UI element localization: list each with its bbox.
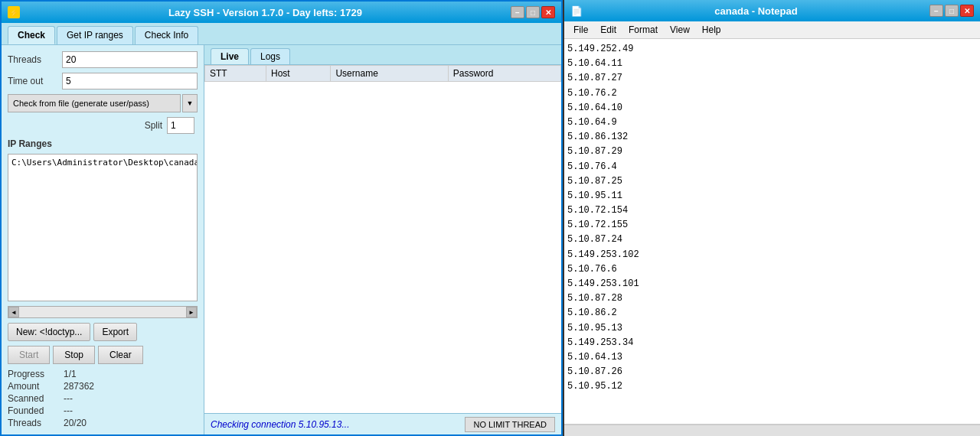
list-item: 5.10.87.26 [567, 365, 977, 379]
col-host: Host [266, 66, 330, 82]
stop-button[interactable]: Stop [53, 346, 95, 364]
table-header-row: STT Host Username Password [205, 66, 561, 82]
tab-check[interactable]: Check [8, 26, 55, 44]
scanned-value: --- [64, 393, 73, 404]
main-tab-bar: Check Get IP ranges Check Info [2, 23, 561, 45]
stats-section: Progress 1/1 Amount 287362 Scanned --- F… [8, 369, 198, 428]
horizontal-scrollbar[interactable]: ◄ ► [8, 306, 198, 318]
right-panel: Live Logs STT Host Username Password [204, 45, 561, 434]
threads-row: Threads [8, 51, 198, 68]
threads-stat-value: 20/20 [64, 418, 87, 428]
scroll-left-arrow[interactable]: ◄ [8, 307, 19, 317]
progress-label: Progress [8, 369, 57, 379]
list-item: 5.149.253.34 [567, 336, 977, 350]
list-item: 5.10.95.13 [567, 321, 977, 336]
list-item: 5.10.87.25 [567, 174, 977, 189]
status-text: Checking connection 5.10.95.13... [211, 419, 349, 430]
list-item: 5.10.95.11 [567, 189, 977, 203]
list-item: 5.10.87.24 [567, 233, 977, 247]
list-item: 5.10.72.154 [567, 203, 977, 218]
list-item: 5.10.87.27 [567, 71, 977, 86]
col-stt: STT [205, 66, 266, 82]
founded-value: --- [64, 405, 73, 416]
check-from-file-button[interactable]: Check from file (generate user/pass) [8, 94, 181, 112]
menu-edit[interactable]: Edit [594, 23, 622, 37]
start-stop-row: Start Stop Clear [8, 346, 198, 364]
list-item: 5.10.76.6 [567, 262, 977, 277]
notepad-close[interactable]: ✕ [960, 5, 974, 17]
menu-view[interactable]: View [664, 23, 696, 37]
scroll-right-arrow[interactable]: ► [186, 307, 197, 317]
sub-tab-bar: Live Logs [204, 45, 561, 65]
minimize-button[interactable]: − [511, 6, 524, 18]
status-bar: Checking connection 5.10.95.13... NO LIM… [204, 413, 561, 434]
progress-value: 1/1 [64, 369, 77, 379]
list-item: 5.10.87.28 [567, 291, 977, 306]
list-item: 5.10.64.13 [567, 350, 977, 365]
notepad-scrollbar[interactable] [564, 424, 980, 436]
menu-help[interactable]: Help [696, 23, 727, 37]
lazy-ssh-window: ⚡ Lazy SSH - Version 1.7.0 - Day lefts: … [0, 0, 563, 436]
notepad-icon: 📄 [570, 5, 583, 17]
check-from-file-row: Check from file (generate user/pass) ▼ [8, 94, 198, 112]
notepad-title-text: canada - Notepad [714, 5, 797, 17]
notepad-window: 📄 canada - Notepad − □ ✕ File Edit Forma… [563, 0, 980, 436]
ip-ranges-textarea[interactable] [8, 154, 198, 301]
scroll-track[interactable] [19, 307, 186, 317]
notepad-minimize[interactable]: − [929, 5, 943, 17]
split-label: Split [145, 120, 162, 131]
notepad-title-bar: 📄 canada - Notepad − □ ✕ [564, 0, 980, 21]
timeout-input[interactable] [62, 73, 198, 89]
ip-lines-container: 5.149.252.495.10.64.115.10.87.275.10.76.… [567, 42, 977, 395]
ip-ranges-label: IP Ranges [8, 138, 57, 149]
tab-live[interactable]: Live [211, 48, 249, 64]
amount-label: Amount [8, 381, 57, 392]
notepad-content[interactable]: 5.149.252.495.10.64.115.10.87.275.10.76.… [564, 39, 980, 424]
list-item: 5.10.87.29 [567, 145, 977, 159]
list-item: 5.10.64.11 [567, 57, 977, 71]
list-item: 5.10.86.2 [567, 306, 977, 320]
timeout-label: Time out [8, 76, 57, 86]
tab-get-ip-ranges[interactable]: Get IP ranges [57, 26, 133, 44]
list-item: 5.10.76.2 [567, 86, 977, 101]
list-item: 5.10.64.10 [567, 101, 977, 116]
split-row: Split [8, 117, 198, 134]
founded-row: Founded --- [8, 405, 198, 416]
tab-check-info[interactable]: Check Info [135, 26, 198, 44]
results-table[interactable]: STT Host Username Password [204, 65, 561, 413]
threads-stat-row: Threads 20/20 [8, 418, 198, 428]
new-button[interactable]: New: <!doctyp... [8, 323, 90, 341]
list-item: 5.10.95.12 [567, 379, 977, 394]
threads-input[interactable] [62, 51, 198, 68]
notepad-maximize[interactable]: □ [945, 5, 959, 17]
check-from-file-dropdown[interactable]: ▼ [182, 94, 198, 112]
no-limit-button[interactable]: NO LIMIT THREAD [465, 417, 555, 432]
left-panel: Threads Time out Check from file (genera… [2, 45, 204, 434]
list-item: 5.149.253.101 [567, 277, 977, 291]
close-button[interactable]: ✕ [541, 6, 555, 18]
tab-logs[interactable]: Logs [250, 48, 290, 64]
results-data-table: STT Host Username Password [204, 65, 561, 82]
founded-label: Founded [8, 405, 57, 416]
menu-file[interactable]: File [567, 23, 594, 37]
threads-label: Threads [8, 54, 57, 65]
list-item: 5.10.72.155 [567, 218, 977, 233]
app-icon: ⚡ [8, 6, 20, 18]
scanned-label: Scanned [8, 393, 57, 404]
menu-format[interactable]: Format [622, 23, 664, 37]
timeout-row: Time out [8, 73, 198, 89]
threads-stat-label: Threads [8, 418, 57, 428]
window-title: Lazy SSH - Version 1.7.0 - Day lefts: 17… [20, 7, 511, 18]
clear-button[interactable]: Clear [98, 346, 143, 364]
window-controls: − □ ✕ [511, 6, 555, 18]
scanned-row: Scanned --- [8, 393, 198, 404]
start-button[interactable]: Start [8, 346, 50, 364]
col-password: Password [448, 66, 560, 82]
title-bar: ⚡ Lazy SSH - Version 1.7.0 - Day lefts: … [2, 2, 561, 23]
list-item: 5.10.64.9 [567, 116, 977, 130]
list-item: 5.149.252.49 [567, 42, 977, 57]
split-input[interactable] [167, 117, 194, 134]
maximize-button[interactable]: □ [526, 6, 540, 18]
export-button[interactable]: Export [93, 323, 137, 341]
amount-value: 287362 [64, 381, 94, 392]
